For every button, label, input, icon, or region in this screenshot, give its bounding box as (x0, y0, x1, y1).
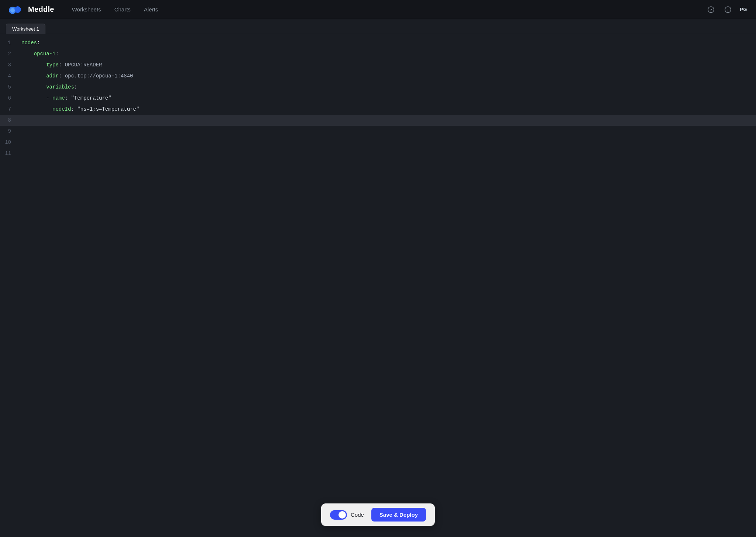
code-line-10: 10 (0, 137, 756, 148)
svg-text:?: ? (710, 7, 712, 12)
bottom-bar: Code Save & Deploy (321, 503, 435, 526)
nav-alerts[interactable]: Alerts (144, 6, 158, 13)
code-line-11: 11 (0, 148, 756, 159)
save-deploy-button[interactable]: Save & Deploy (371, 508, 426, 522)
main-content: Worksheet 1 1 nodes: 2 opcua-1: 3 type: … (0, 19, 756, 537)
code-toggle-label: Code (351, 512, 364, 518)
info-icon: i (725, 6, 731, 13)
svg-text:i: i (728, 7, 729, 12)
code-toggle[interactable] (330, 510, 347, 520)
app-name: Meddle (28, 5, 54, 14)
line-content-5: variables: (18, 82, 756, 93)
code-line-8: 8 (0, 115, 756, 126)
line-content-2: opcua-1: (18, 48, 756, 59)
nav-links: Worksheets Charts Alerts (72, 6, 706, 13)
svg-point-2 (10, 8, 15, 13)
code-line-2: 2 opcua-1: (0, 48, 756, 59)
line-num-4: 4 (0, 70, 18, 82)
logo-icon (9, 4, 24, 15)
tab-bar: Worksheet 1 (0, 19, 756, 34)
line-num-10: 10 (0, 137, 18, 148)
nav-worksheets[interactable]: Worksheets (72, 6, 101, 13)
line-num-2: 2 (0, 48, 18, 59)
line-num-11: 11 (0, 148, 18, 159)
code-line-6: 6 - name: "Temperature" (0, 93, 756, 104)
line-num-5: 5 (0, 82, 18, 93)
code-line-3: 3 type: OPCUA:READER (0, 59, 756, 70)
line-num-9: 9 (0, 126, 18, 137)
code-line-7: 7 nodeId: "ns=1;s=Temperature" (0, 104, 756, 115)
code-line-9: 9 (0, 126, 756, 137)
line-content-10 (18, 137, 756, 148)
nav-charts[interactable]: Charts (114, 6, 131, 13)
tab-worksheet-1[interactable]: Worksheet 1 (6, 24, 45, 34)
user-avatar: PG (740, 7, 747, 12)
info-button[interactable]: i (723, 4, 733, 15)
navbar: Meddle Worksheets Charts Alerts ? i PG (0, 0, 756, 19)
svg-point-1 (14, 6, 21, 13)
help-icon: ? (708, 6, 714, 13)
line-content-3: type: OPCUA:READER (18, 59, 756, 70)
toggle-thumb (339, 511, 346, 519)
line-content-9 (18, 126, 756, 137)
line-content-7: nodeId: "ns=1;s=Temperature" (18, 104, 756, 115)
help-button[interactable]: ? (706, 4, 716, 15)
line-num-7: 7 (0, 104, 18, 115)
code-line-4: 4 addr: opc.tcp://opcua-1:4840 (0, 70, 756, 82)
nav-right: ? i PG (706, 4, 747, 15)
line-content-6: - name: "Temperature" (18, 93, 756, 104)
code-toggle-area[interactable]: Code (330, 510, 364, 520)
editor-container[interactable]: 1 nodes: 2 opcua-1: 3 type: OPCUA:READER… (0, 34, 756, 537)
line-content-4: addr: opc.tcp://opcua-1:4840 (18, 70, 756, 82)
line-num-6: 6 (0, 93, 18, 104)
line-num-8: 8 (0, 115, 18, 126)
line-content-8 (18, 115, 756, 126)
line-content-1: nodes: (18, 37, 756, 48)
code-editor: 1 nodes: 2 opcua-1: 3 type: OPCUA:READER… (0, 34, 756, 162)
code-line-1: 1 nodes: (0, 37, 756, 48)
code-line-5: 5 variables: (0, 82, 756, 93)
line-content-11 (18, 148, 756, 159)
logo-area: Meddle (9, 4, 54, 15)
line-num-3: 3 (0, 59, 18, 70)
line-num-1: 1 (0, 37, 18, 48)
